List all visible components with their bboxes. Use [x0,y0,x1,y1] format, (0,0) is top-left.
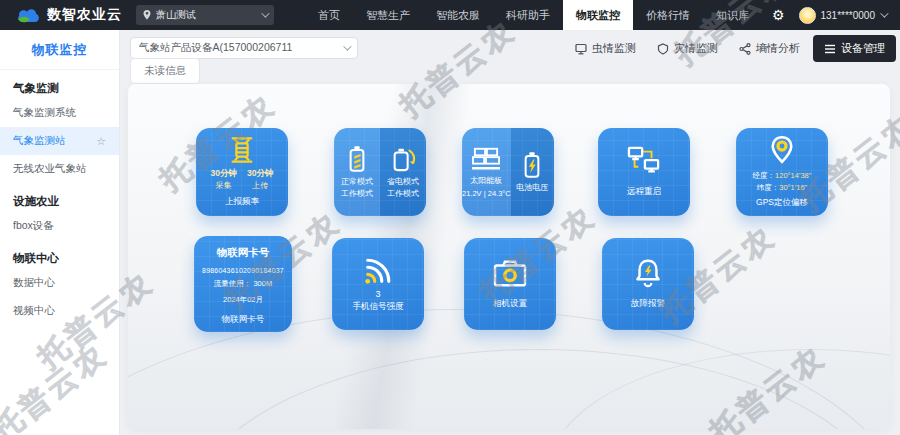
iot-sim-card[interactable]: 物联网卡号 89860436102090184037 流量使用： 300M 20… [194,236,292,332]
remote-monitors-icon [626,146,662,178]
card-title: 上报频率 [225,196,259,208]
card-title: 相机设置 [493,298,527,310]
nav-research-assistant[interactable]: 科研助手 [493,0,563,30]
battery-voltage-status[interactable]: 电池电压 [511,128,554,216]
remote-reboot-card[interactable]: 远程重启 [598,128,690,216]
collect-interval-value: 30分钟 [211,168,237,178]
solar-panel-value: 21.2V | 24.3°C [462,189,511,198]
camera-settings-card[interactable]: 相机设置 [464,238,556,330]
sidebar-item-data-center[interactable]: 数据中心 [0,269,119,297]
fault-alarm-card[interactable]: 故障报警 [602,238,694,330]
sidebar-item-label: fbox设备 [13,219,54,233]
star-icon[interactable]: ☆ [96,135,106,148]
normal-mode-label: 正常模式工作模式 [341,176,373,199]
device-selector-value: 气象站产品设备A(157000206711 [139,41,343,55]
location-selector[interactable]: 萧山测试 [136,5,274,25]
gear-icon[interactable]: ⚙ [762,7,795,23]
report-frequency-card[interactable]: 30分钟采集 30分钟上传 上报频率 [196,128,288,216]
card-title: 远程重启 [627,186,661,198]
collect-interval-label: 采集 [216,181,232,190]
tab-unread-messages[interactable]: 未读信息 [130,58,200,84]
disaster-monitoring-button[interactable]: 灾情监测 [649,36,726,61]
sidebar-title: 物联监控 [0,30,119,70]
report-frequency-values: 30分钟采集 30分钟上传 [211,168,274,191]
location-value: 萧山测试 [156,8,256,22]
iot-card-footer: 物联网卡号 [222,314,265,326]
power-saving-mode-option[interactable]: 省电模式工作模式 [380,128,426,216]
power-status-card: 太阳能板 21.2V | 24.3°C 电池电压 [462,128,554,216]
longitude-value: 120°14'38" [775,171,811,180]
sidebar-item-label: 视频中心 [13,304,55,318]
solar-panel-icon [470,146,502,172]
iot-card-title: 物联网卡号 [217,246,270,260]
wifi-signal-icon [361,256,395,286]
iot-card-usage: 流量使用： 300M [214,279,272,289]
button-label: 虫情监测 [592,41,636,56]
chevron-down-icon [343,42,351,50]
main-content: 气象站产品设备A(157000206711 虫情监测 灾情监测 墒情分析 [120,30,900,435]
sidebar-item-label: 气象监测站 [13,134,66,148]
upload-interval-value: 30分钟 [247,168,273,178]
upload-interval-label: 上传 [252,181,268,190]
button-label: 墒情分析 [756,41,800,56]
shield-icon [657,43,669,55]
avatar [799,7,816,24]
nav-iot-monitoring[interactable]: 物联监控 [563,0,633,30]
signal-strength-value: 3 [375,289,380,299]
alarm-bell-icon [632,258,664,290]
sidebar-item-wireless-weather-station[interactable]: 无线农业气象站 [0,155,119,183]
sidebar-item-fbox[interactable]: fbox设备 [0,212,119,240]
user-menu[interactable]: 131****0000 [795,7,900,24]
work-mode-card: 正常模式工作模式 省电模式工作模式 [334,128,426,216]
signal-strength-card[interactable]: 3 手机信号强度 [332,238,424,330]
camera-icon [492,259,528,289]
menu-icon [824,44,836,54]
sidebar-group-facility: 设施农业 [0,183,119,212]
normal-mode-option[interactable]: 正常模式工作模式 [334,128,380,216]
data-logger-icon [227,136,257,164]
moisture-analysis-button[interactable]: 墒情分析 [731,36,808,61]
solar-panel-label: 太阳能板 [470,175,502,187]
iot-card-number: 89860436102090184037 [202,267,284,274]
top-nav: 首页 智慧生产 智能农服 科研助手 物联监控 价格行情 知识库 ⚙ 131***… [305,0,900,30]
card-title: 手机信号强度 [353,301,404,313]
cloud-logo-icon [16,7,40,24]
iot-card-month: 2024年02月 [223,295,263,305]
sidebar-item-weather-station[interactable]: 气象监测站 ☆ [0,127,119,155]
device-settings-panel: 30分钟采集 30分钟上传 上报频率 正常模式工作模式 [128,84,890,429]
device-management-button[interactable]: 设备管理 [813,35,896,62]
nav-price-market[interactable]: 价格行情 [633,0,703,30]
battery-refresh-icon [390,145,416,173]
monitor-icon [575,43,587,55]
solar-panel-status[interactable]: 太阳能板 21.2V | 24.3°C [462,128,511,216]
sidebar-group-weather: 气象监测 [0,70,119,99]
chevron-down-icon [261,9,269,17]
card-title: 故障报警 [631,298,665,310]
nav-smart-agri-service[interactable]: 智能农服 [423,0,493,30]
sidebar-item-video-center[interactable]: 视频中心 [0,297,119,325]
card-title: GPS定位偏移 [756,197,808,209]
share-icon [739,43,751,55]
pest-monitoring-button[interactable]: 虫情监测 [567,36,644,61]
latitude-line: 纬度：30°1'16" [757,182,807,193]
nav-home[interactable]: 首页 [305,0,353,30]
longitude-line: 经度：120°14'38" [753,170,812,181]
map-pin-icon [768,135,796,165]
sidebar-group-iot-center: 物联中心 [0,240,119,269]
sidebar-item-label: 气象监测系统 [13,106,76,120]
gps-offset-card[interactable]: 经度：120°14'38" 纬度：30°1'16" GPS定位偏移 [736,128,828,216]
button-label: 灾情监测 [674,41,718,56]
sidebar-item-label: 数据中心 [13,276,55,290]
battery-voltage-label: 电池电压 [516,182,548,194]
brand: 数智农业云 [0,6,136,24]
topbar: 数智农业云 萧山测试 首页 智慧生产 智能农服 科研助手 物联监控 价格行情 知… [0,0,900,30]
button-label: 设备管理 [841,41,885,56]
nav-smart-production[interactable]: 智慧生产 [353,0,423,30]
device-selector[interactable]: 气象站产品设备A(157000206711 [130,37,358,59]
sidebar-item-weather-system[interactable]: 气象监测系统 [0,99,119,127]
nav-knowledge-base[interactable]: 知识库 [703,0,762,30]
sidebar: 物联监控 气象监测 气象监测系统 气象监测站 ☆ 无线农业气象站 设施农业 fb… [0,30,120,435]
iot-card-usage-value: 300M [253,279,272,288]
latitude-value: 30°1'16" [779,183,807,192]
user-phone: 131****0000 [821,10,876,21]
